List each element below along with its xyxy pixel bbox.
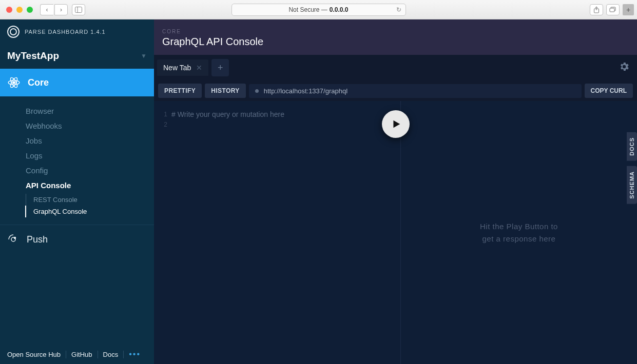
sidebar-item-browser[interactable]: Browser	[26, 104, 154, 118]
brand-text: PARSE DASHBOARD 1.4.1	[25, 29, 106, 35]
nav-arrows: ‹ ›	[40, 4, 68, 15]
parse-logo-icon	[7, 26, 20, 38]
side-tabs: DOCS SCHEMA	[627, 132, 637, 204]
window-controls	[6, 7, 33, 13]
results-pane: Hit the Play Button to get a response he…	[400, 101, 637, 364]
endpoint-input[interactable]: http://localhost:1337/graphql	[249, 84, 582, 98]
tab-new[interactable]: New Tab ✕	[157, 59, 208, 76]
main-header: CORE GraphQL API Console	[154, 19, 637, 55]
sidebar-item-webhooks[interactable]: Webhooks	[26, 118, 154, 133]
sidebar: PARSE DASHBOARD 1.4.1 MyTestApp ▼ Core B…	[0, 19, 154, 364]
new-tab-button[interactable]: +	[623, 4, 634, 15]
svg-rect-4	[610, 8, 614, 12]
page-title: GraphQL API Console	[162, 36, 629, 48]
share-button[interactable]	[590, 4, 603, 15]
subnav-rest-console[interactable]: REST Console	[26, 194, 154, 206]
brand: PARSE DASHBOARD 1.4.1	[0, 19, 154, 44]
sidebar-item-config[interactable]: Config	[26, 163, 154, 178]
minimize-window-icon[interactable]	[16, 7, 23, 13]
svg-point-5	[13, 82, 15, 84]
endpoint-url: http://localhost:1337/graphql	[264, 87, 348, 95]
section-push[interactable]: Push	[0, 225, 154, 254]
copy-curl-button[interactable]: COPY CURL	[585, 84, 633, 98]
footer-github[interactable]: GitHub	[66, 351, 98, 358]
reload-icon[interactable]: ↻	[396, 6, 401, 13]
workspace: 1 2 # Write your query or mutation here …	[154, 101, 637, 364]
add-tab-button[interactable]: +	[211, 59, 229, 76]
close-icon[interactable]: ✕	[196, 64, 202, 72]
prettify-button[interactable]: PRETTIFY	[158, 84, 202, 98]
run-query-button[interactable]	[382, 110, 410, 138]
results-placeholder: Hit the Play Button to get a response he…	[480, 220, 558, 245]
address-host: 0.0.0.0	[330, 6, 349, 13]
address-bar[interactable]: Not Secure — 0.0.0.0 ↻	[231, 4, 406, 16]
graphiql-toolbar: PRETTIFY HISTORY http://localhost:1337/g…	[154, 80, 637, 101]
breadcrumb: CORE	[162, 29, 629, 34]
app-name: MyTestApp	[7, 50, 59, 62]
settings-button[interactable]	[619, 61, 630, 74]
back-button[interactable]: ‹	[40, 4, 53, 15]
play-icon	[390, 118, 401, 130]
svg-rect-0	[75, 7, 82, 12]
line-gutter: 1 2	[159, 109, 171, 356]
section-core[interactable]: Core	[0, 69, 154, 96]
history-button[interactable]: HISTORY	[205, 84, 245, 98]
forward-button[interactable]: ›	[54, 4, 68, 15]
security-label: Not Secure —	[288, 6, 327, 13]
graphiql-tabbar: New Tab ✕ +	[154, 55, 637, 80]
browser-toolbar: ‹ › Not Secure — 0.0.0.0 ↻ +	[0, 0, 637, 19]
close-window-icon[interactable]	[6, 7, 12, 13]
docs-tab[interactable]: DOCS	[627, 132, 637, 161]
push-icon	[7, 233, 20, 246]
editor-placeholder: # Write your query or mutation here	[171, 109, 284, 356]
chevron-down-icon: ▼	[141, 52, 147, 59]
maximize-window-icon[interactable]	[27, 7, 33, 13]
core-nav: Browser Webhooks Jobs Logs Config API Co…	[0, 96, 154, 225]
section-core-label: Core	[28, 77, 49, 88]
footer-open-source-hub[interactable]: Open Source Hub	[2, 351, 66, 358]
svg-point-10	[14, 237, 16, 239]
status-dot-icon	[255, 89, 259, 93]
main: CORE GraphQL API Console New Tab ✕ + PRE…	[154, 19, 637, 364]
sidebar-toggle-button[interactable]	[72, 4, 85, 15]
schema-tab[interactable]: SCHEMA	[627, 166, 637, 204]
api-console-subnav: REST Console GraphQL Console	[26, 193, 154, 217]
footer-docs[interactable]: Docs	[98, 351, 124, 358]
sidebar-item-logs[interactable]: Logs	[26, 148, 154, 163]
subnav-graphql-console[interactable]: GraphQL Console	[25, 206, 154, 217]
sidebar-item-api-console[interactable]: API Console	[26, 178, 154, 193]
sidebar-footer: Open Source Hub GitHub Docs •••	[0, 345, 154, 364]
footer-more-icon[interactable]: •••	[124, 350, 146, 359]
tabs-button[interactable]	[606, 4, 620, 15]
tab-label: New Tab	[163, 64, 191, 72]
section-push-label: Push	[27, 234, 48, 245]
query-editor[interactable]: 1 2 # Write your query or mutation here	[154, 101, 400, 364]
app-selector[interactable]: MyTestApp ▼	[0, 44, 154, 69]
core-icon	[7, 76, 21, 89]
sidebar-item-jobs[interactable]: Jobs	[26, 133, 154, 148]
